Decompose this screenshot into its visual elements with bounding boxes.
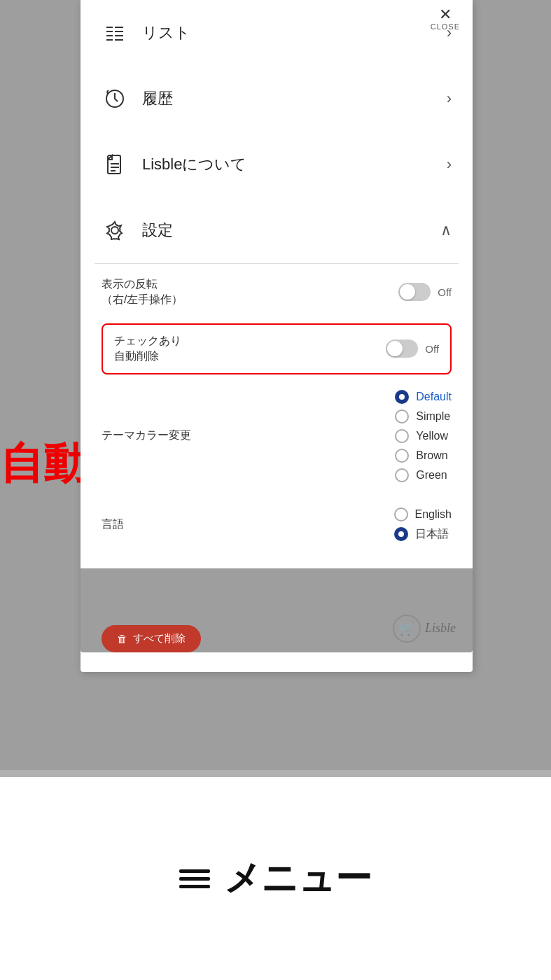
radio-option-japanese[interactable]: 日本語 (394, 527, 452, 542)
setting-display-flip: 表示の反転 （右/左手操作） Off (102, 264, 452, 321)
radio-label-english: English (415, 508, 452, 521)
radio-circle-japanese (394, 527, 408, 541)
history-icon (102, 85, 128, 112)
setting-theme-color: テーマカラー変更 Default Simple Yellow (102, 377, 452, 495)
radio-option-simple[interactable]: Simple (395, 410, 452, 424)
trash-icon: 🗑 (117, 633, 127, 645)
radio-circle-simple (395, 410, 409, 424)
bottom-section: メニュー (0, 777, 551, 980)
hamburger-icon (179, 869, 210, 888)
radio-label-green: Green (416, 469, 447, 482)
menu-item-settings-label: 設定 (142, 220, 440, 241)
language-options: English 日本語 (394, 507, 452, 542)
radio-option-default[interactable]: Default (395, 390, 452, 404)
list-icon (102, 20, 128, 46)
lisble-logo: 🛒 Lisble (393, 615, 456, 643)
language-label: 言語 (102, 517, 394, 532)
gear-icon (102, 217, 128, 244)
lisble-logo-text: Lisble (425, 621, 456, 636)
chevron-right-icon-history: › (447, 90, 452, 108)
radio-option-green[interactable]: Green (395, 468, 452, 482)
radio-label-default: Default (416, 391, 452, 403)
chevron-up-icon: ∧ (440, 221, 452, 239)
hamburger-line-1 (179, 869, 210, 873)
radio-circle-yellow (395, 429, 409, 443)
auto-delete-value: Off (425, 343, 439, 355)
hamburger-line-2 (179, 877, 210, 881)
menu-item-list[interactable]: リスト › (81, 0, 473, 66)
menu-item-history[interactable]: 履歴 › (81, 66, 473, 132)
menu-panel: ✕ CLOSE リスト › 履歴 (81, 0, 473, 672)
radio-label-yellow: Yellow (416, 430, 448, 442)
lisble-logo-icon: 🛒 (393, 615, 421, 643)
chevron-right-icon-about: › (447, 155, 452, 174)
chevron-right-icon: › (447, 24, 452, 42)
radio-circle-english (394, 507, 408, 522)
display-flip-toggle[interactable] (398, 283, 431, 301)
radio-option-english[interactable]: English (394, 507, 452, 522)
auto-delete-control: Off (386, 340, 439, 358)
display-flip-control: Off (398, 283, 452, 301)
radio-label-brown: Brown (416, 449, 447, 462)
radio-label-simple: Simple (416, 410, 450, 423)
display-flip-label: 表示の反転 （右/左手操作） (102, 276, 398, 308)
radio-circle-default (395, 390, 409, 404)
radio-circle-green (395, 468, 409, 482)
menu-item-settings[interactable]: 設定 ∧ (81, 197, 473, 263)
display-flip-value: Off (438, 286, 452, 298)
menu-text: メニュー (224, 854, 372, 903)
menu-item-about-label: Lisbleについて (142, 154, 447, 175)
theme-color-label: テーマカラー変更 (102, 428, 395, 443)
radio-option-brown[interactable]: Brown (395, 449, 452, 463)
settings-content: 表示の反転 （右/左手操作） Off チェックあり 自動削除 Off テーマカラ… (81, 264, 473, 568)
svg-point-13 (111, 227, 118, 234)
setting-auto-delete: チェックあり 自動削除 Off (102, 323, 452, 374)
menu-item-history-label: 履歴 (142, 88, 447, 109)
setting-language: 言語 English 日本語 (102, 495, 452, 554)
radio-option-yellow[interactable]: Yellow (395, 429, 452, 443)
menu-item-list-label: リスト (142, 22, 447, 43)
document-icon (102, 151, 128, 178)
radio-label-japanese: 日本語 (415, 527, 449, 542)
delete-all-button[interactable]: 🗑 すべて削除 (102, 625, 201, 652)
auto-delete-toggle[interactable] (386, 340, 418, 358)
radio-circle-brown (395, 449, 409, 463)
delete-all-label: すべて削除 (133, 632, 186, 645)
panel-bottom-area: 🗑 すべて削除 🛒 Lisble (81, 568, 473, 652)
menu-item-about[interactable]: Lisbleについて › (81, 132, 473, 197)
theme-color-options: Default Simple Yellow Brown Green (395, 390, 452, 482)
auto-delete-label: チェックあり 自動削除 (114, 333, 386, 365)
hamburger-line-3 (179, 885, 210, 888)
bottom-menu-label: メニュー (179, 854, 372, 903)
